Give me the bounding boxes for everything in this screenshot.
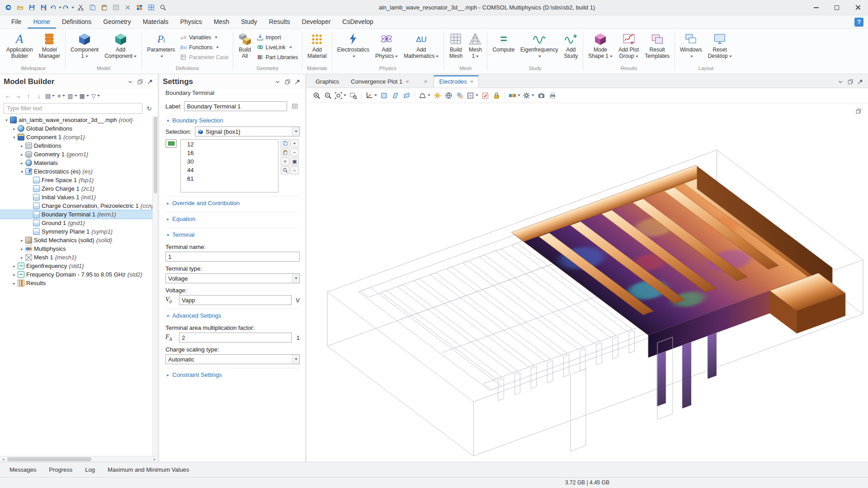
electrostatics-button[interactable]: Electrostatics (335, 31, 372, 60)
build-all-button[interactable]: BuildAll (236, 31, 255, 60)
eigenfrequency-button[interactable]: Eigenfrequency (518, 31, 561, 60)
redo-icon[interactable] (62, 2, 74, 13)
open-folder-icon[interactable] (14, 2, 25, 13)
delete-icon[interactable] (122, 2, 133, 13)
comsol-logo-icon[interactable] (3, 2, 14, 13)
close-tab-icon[interactable]: × (406, 78, 409, 85)
component-button[interactable]: Component1 (68, 31, 101, 60)
expander-icon[interactable] (19, 161, 25, 165)
section-override-and-contribution[interactable]: Override and Contribution (165, 199, 300, 208)
tab-max-min-values[interactable]: Maximum and Minimum Values (102, 462, 195, 477)
zoom-extents-icon[interactable] (334, 90, 347, 101)
component-grid-icon[interactable] (134, 2, 145, 13)
help-icon[interactable]: ? (854, 18, 863, 27)
go-to-default-view-icon[interactable] (364, 90, 378, 101)
tree-item[interactable]: Materials (0, 159, 152, 167)
add-mathematics-button[interactable]: AddMathematics (401, 31, 441, 60)
tree-item[interactable]: Electrostatics (es) {es} (0, 167, 152, 176)
paste-icon[interactable] (99, 2, 109, 13)
tree-item[interactable]: Symmetry Plane 1 {symp1} (0, 227, 152, 236)
selection-list[interactable]: 1216304461 (180, 139, 278, 192)
build-mesh-button[interactable]: BuildMesh (446, 31, 465, 60)
panel-menu-icon[interactable] (836, 77, 844, 86)
move-up-icon[interactable]: ↑ (24, 91, 33, 101)
tree-item[interactable]: Eigenfrequency {std1} (0, 262, 152, 270)
zoom-box-icon[interactable] (348, 90, 359, 101)
color-table-icon[interactable] (508, 90, 521, 101)
menu-tab-physics[interactable]: Physics (175, 15, 208, 28)
section-terminal[interactable]: Terminal (165, 230, 300, 240)
scene-settings-icon[interactable] (522, 90, 535, 101)
chevron-down-icon[interactable] (292, 127, 299, 136)
add-to-selection-button[interactable]: + (290, 139, 299, 147)
zoom-in-icon[interactable] (311, 90, 322, 101)
close-tab-icon[interactable]: × (424, 78, 428, 85)
parameter-case-button[interactable]: Parameter Case (178, 53, 230, 61)
panel-menu-icon[interactable] (126, 78, 134, 86)
section-boundary-selection[interactable]: Boundary Selection (165, 116, 300, 126)
tab-graphics[interactable]: Graphics (310, 75, 344, 88)
copy-selection-button[interactable] (281, 139, 289, 147)
tree-item[interactable]: Frequency Domain - 7.95 to 8.05 GHz {std… (0, 270, 152, 279)
terminal-type-combo[interactable]: Voltage (165, 273, 300, 283)
transparency-icon[interactable] (454, 90, 465, 101)
application-builder-button[interactable]: ApplicationBuilder (4, 31, 36, 60)
pin-panel-icon[interactable] (293, 78, 302, 86)
view-yz-plane-icon[interactable] (390, 90, 401, 101)
expander-icon[interactable] (11, 281, 17, 286)
node-label-options-icon[interactable]: ≡ (56, 91, 66, 101)
view-xy-plane-icon[interactable] (378, 90, 389, 101)
menu-tab-developer[interactable]: Developer (296, 15, 337, 28)
tab-electrodes[interactable]: Electrodes× (434, 75, 479, 88)
menu-tab-definitions[interactable]: Definitions (56, 15, 97, 28)
selection-entry[interactable]: 16 (181, 149, 278, 157)
section-advanced-settings[interactable]: Advanced Settings (165, 311, 300, 321)
add-material-button[interactable]: AddMaterial (305, 31, 330, 60)
expander-icon[interactable] (19, 152, 25, 157)
table-icon[interactable] (110, 2, 121, 13)
voltage-input[interactable] (179, 295, 292, 305)
copy-icon[interactable] (87, 2, 98, 13)
result-templates-button[interactable]: ResultTemplates (642, 31, 672, 60)
tree-item[interactable]: Initial Values 1 {init1} (0, 193, 152, 202)
columns-options-icon[interactable]: ▥ (66, 91, 78, 101)
expander-icon[interactable] (11, 264, 17, 268)
add-study-button[interactable]: AddStudy (561, 31, 580, 60)
chevron-down-icon[interactable] (292, 274, 299, 283)
livelink-button[interactable]: LiveLink (255, 43, 300, 51)
horizontal-scrollbar[interactable]: ◂▸ (0, 456, 158, 462)
add-component-button[interactable]: AddComponent (102, 31, 139, 60)
expander-icon[interactable] (11, 135, 17, 140)
pin-panel-icon[interactable] (146, 78, 154, 86)
view-zx-plane-icon[interactable] (401, 90, 412, 101)
close-icon[interactable] (847, 0, 868, 15)
tree-item[interactable]: Solid Mechanics (solid) {solid} (0, 236, 152, 244)
tree-filter-input[interactable] (4, 103, 142, 114)
tree-item[interactable]: Zero Charge 1 {zc1} (0, 184, 152, 193)
zoom-to-selection-button[interactable] (281, 166, 289, 174)
graphics-context-icon[interactable] (854, 107, 863, 115)
move-down-icon[interactable]: ↓ (34, 91, 44, 101)
snapshot-icon[interactable] (536, 90, 547, 101)
tree-item[interactable]: Multiphysics (0, 244, 152, 253)
select-all-button[interactable]: ▣ (290, 157, 299, 165)
data-grid-icon[interactable] (146, 2, 156, 13)
paste-selection-button[interactable] (281, 148, 289, 156)
tree-item[interactable]: Charge Conservation, Piezoelectric 1 {cc… (0, 202, 152, 210)
chevron-down-icon[interactable] (292, 355, 299, 364)
filter-options-icon[interactable]: ▽ (90, 91, 101, 101)
label-options-icon[interactable] (290, 102, 300, 111)
menu-tab-geometry[interactable]: Geometry (97, 15, 137, 28)
menu-tab-file[interactable]: File (5, 15, 28, 28)
variables-button[interactable]: Variables (178, 33, 230, 41)
wireframe-rendering-icon[interactable] (466, 90, 479, 101)
tree-item[interactable]: Component 1 {comp1} (0, 133, 152, 141)
select-objects-icon[interactable] (480, 90, 491, 101)
minimize-icon[interactable] (806, 0, 826, 15)
menu-tab-home[interactable]: Home (28, 15, 56, 28)
undo-icon[interactable] (50, 2, 61, 13)
selection-entry[interactable]: 12 (181, 140, 278, 149)
go-forward-icon[interactable]: → (13, 91, 23, 101)
charge-scaling-combo[interactable]: Automatic (165, 354, 300, 364)
reset-desktop-button[interactable]: ResetDesktop (705, 31, 735, 60)
